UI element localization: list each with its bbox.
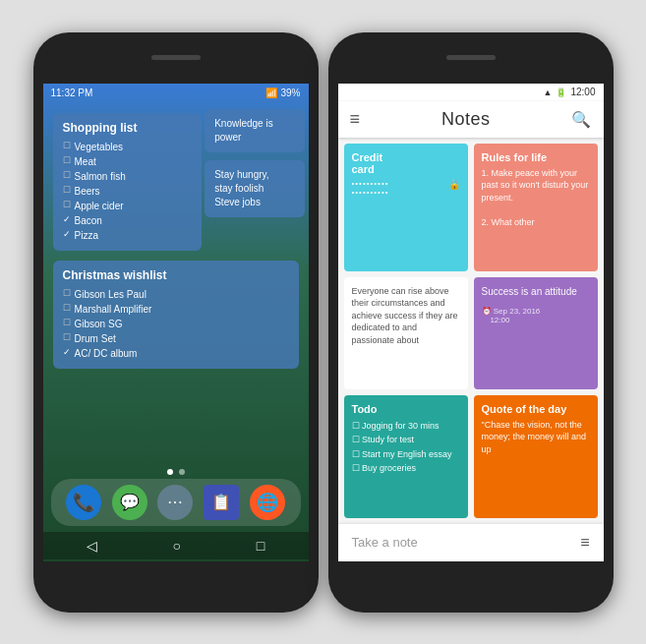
note-hungry: Stay hungry,stay foolishSteve jobs <box>205 160 304 217</box>
right-screen: ▲ 🔋 12:00 ≡ Notes 🔍 Creditcard <box>338 84 604 561</box>
left-phone: 11:32 PM 📶 39% Shopping list <box>33 32 319 613</box>
speaker-right <box>446 55 496 60</box>
wifi-icon-right: ▲ <box>544 88 553 97</box>
notes-icon: 📋 <box>211 493 231 511</box>
notes-bottom-bar: Take a note ≡ <box>338 524 604 561</box>
note-quote[interactable]: Quote of the day "Chase the vision, not … <box>474 395 598 518</box>
list-view-icon[interactable]: ≡ <box>580 534 589 552</box>
xmas-item-1: ☐ Gibson Les Paul <box>63 287 289 302</box>
notes-grid: Creditcard 🔒 •••••••••••••••••••• Rules … <box>338 138 604 524</box>
xmas-item-3: ☐ Gibson SG <box>63 317 289 331</box>
shopping-item-6: ✓ Bacon <box>63 213 193 228</box>
shopping-item-1: ☐ Vegetables <box>63 140 193 154</box>
shopping-list-widget: Shopping list ☐ Vegetables ☐ Meat <box>53 113 203 251</box>
back-button[interactable]: ◁ <box>87 538 97 554</box>
rules-content: 1. Make peace with your past so it won't… <box>482 167 590 229</box>
dot-2 <box>179 469 185 475</box>
success-content: Success is an attitude <box>482 285 590 299</box>
credit-card-title: Creditcard <box>352 151 460 175</box>
todo-item-1: ☐ Jogging for 30 mins <box>352 419 460 433</box>
check-icon-4: ☐ <box>63 184 71 198</box>
todo-items: ☐ Jogging for 30 mins ☐ Study for test ☐… <box>352 419 460 476</box>
todo-item-2: ☐ Study for test <box>352 433 460 446</box>
chrome-icon: 🌐 <box>257 492 278 513</box>
status-right-icons: ▲ 🔋 12:00 <box>544 87 596 97</box>
check-icon-3: ☐ <box>63 169 71 183</box>
note-todo[interactable]: Todo ☐ Jogging for 30 mins ☐ Study for t… <box>344 395 468 518</box>
check-icon-6: ✓ <box>63 213 71 227</box>
todo-title: Todo <box>352 403 460 415</box>
status-bar-left: 11:32 PM 📶 39% <box>43 84 309 103</box>
nav-bar-left: ◁ ○ □ <box>43 532 309 559</box>
recent-button[interactable]: □ <box>257 538 264 554</box>
speaker-left <box>151 55 201 60</box>
notes-app: ▲ 🔋 12:00 ≡ Notes 🔍 Creditcard <box>338 84 604 561</box>
check-xmas-3: ☐ <box>63 317 71 330</box>
shopping-item-4: ☐ Beers <box>63 184 193 199</box>
grid-icon: ⋯ <box>167 493 183 511</box>
lock-icon: 🔒 <box>448 179 460 190</box>
check-icon-5: ☐ <box>63 199 71 212</box>
everyone-content: Everyone can rise above their circumstan… <box>352 285 460 347</box>
xmas-item-5: ✓ AC/ DC album <box>63 346 289 361</box>
battery-icon-right: 🔋 <box>556 88 566 97</box>
quote-content: "Chase the vision, not the money; the mo… <box>482 419 590 456</box>
right-phone: ▲ 🔋 12:00 ≡ Notes 🔍 Creditcard <box>328 32 614 613</box>
left-screen: 11:32 PM 📶 39% Shopping list <box>43 84 309 561</box>
quote-title: Quote of the day <box>482 403 590 415</box>
note-everyone[interactable]: Everyone can rise above their circumstan… <box>344 277 468 389</box>
status-time-left: 11:32 PM <box>51 88 93 98</box>
shopping-item-5: ☐ Apple cider <box>63 199 193 213</box>
phone-top-right <box>328 32 614 84</box>
menu-icon[interactable]: ≡ <box>350 109 361 130</box>
christmas-title: Christmas wishlist <box>63 268 289 282</box>
page-dots <box>43 469 309 475</box>
shopping-item-3: ☐ Salmon fish <box>63 169 193 184</box>
credit-card-dots: •••••••••••••••••••• <box>352 179 460 197</box>
check-icon-2: ☐ <box>63 154 71 168</box>
take-note-placeholder[interactable]: Take a note <box>352 535 418 550</box>
phone-top-left <box>33 32 319 84</box>
check-xmas-1: ☐ <box>63 287 71 301</box>
battery-left: 39% <box>280 88 300 98</box>
status-bar-right: ▲ 🔋 12:00 <box>338 84 604 101</box>
status-icons-left: 📶 39% <box>265 88 300 98</box>
shopping-item-7: ✓ Pizza <box>63 228 193 243</box>
check-xmas-5: ✓ <box>63 346 71 360</box>
phone-icon-left: 📶 <box>265 88 277 98</box>
rules-title: Rules for life <box>482 151 590 163</box>
dot-1 <box>167 469 173 475</box>
home-button[interactable]: ○ <box>173 538 181 554</box>
note-credit-card[interactable]: Creditcard 🔒 •••••••••••••••••••• <box>344 144 468 271</box>
status-time-right: 12:00 <box>570 87 595 97</box>
notes-app-icon[interactable]: 📋 <box>204 485 239 520</box>
success-date: ⏰ Sep 23, 2016 12:00 <box>482 307 590 324</box>
note-rules[interactable]: Rules for life 1. Make peace with your p… <box>474 144 598 271</box>
xmas-item-4: ☐ Drum Set <box>63 331 289 346</box>
phone-app-icon[interactable]: 📞 <box>66 485 101 520</box>
right-notes-col: Knowledge is power Stay hungry,stay fool… <box>205 109 304 255</box>
shopping-title: Shopping list <box>63 121 193 135</box>
check-icon-1: ☐ <box>63 140 71 153</box>
todo-item-3: ☐ Start my English essay <box>352 447 460 461</box>
notes-app-title: Notes <box>441 109 491 130</box>
messages-app-icon[interactable]: 💬 <box>112 485 147 520</box>
check-icon-7: ✓ <box>63 228 71 242</box>
todo-item-4: ☐ Buy groceries <box>352 461 460 475</box>
check-xmas-2: ☐ <box>63 302 71 316</box>
chrome-app-icon[interactable]: 🌐 <box>250 485 285 520</box>
shopping-item-2: ☐ Meat <box>63 154 193 169</box>
app-dock: 📞 💬 ⋯ 📋 🌐 <box>51 479 301 526</box>
note-success[interactable]: Success is an attitude ⏰ Sep 23, 2016 12… <box>474 277 598 389</box>
search-icon[interactable]: 🔍 <box>571 110 591 129</box>
note-knowledge: Knowledge is power <box>205 109 304 152</box>
phone-icon: 📞 <box>73 492 94 513</box>
christmas-widget: Christmas wishlist ☐ Gibson Les Paul ☐ M… <box>53 261 299 369</box>
notes-toolbar: ≡ Notes 🔍 <box>338 101 604 138</box>
apps-icon[interactable]: ⋯ <box>157 485 193 520</box>
messages-icon: 💬 <box>120 493 140 511</box>
check-xmas-4: ☐ <box>63 331 71 345</box>
xmas-item-2: ☐ Marshall Amplifier <box>63 302 289 317</box>
